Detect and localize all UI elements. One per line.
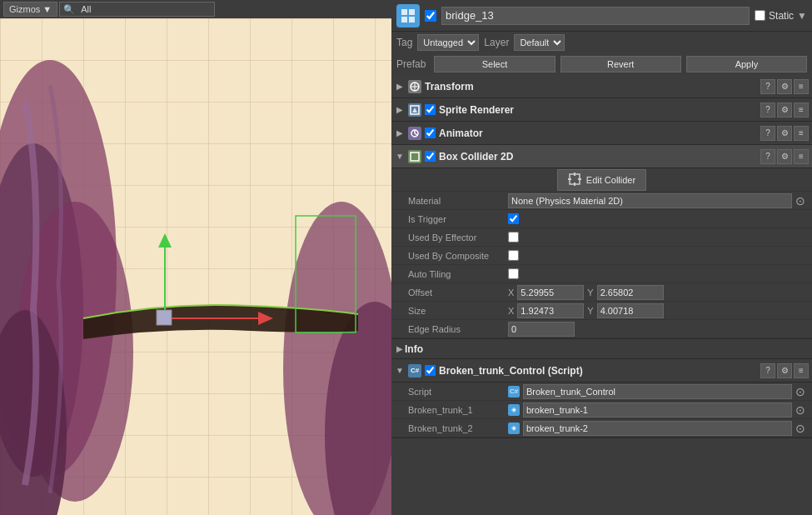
edge-radius-input[interactable] <box>508 322 575 337</box>
script-menu-btn[interactable]: ≡ <box>794 363 809 378</box>
trunk1-value-input[interactable] <box>523 402 792 418</box>
edge-radius-label: Edge Radius <box>408 324 508 334</box>
transform-actions: ? ⚙ ≡ <box>760 79 809 94</box>
sprite-renderer-menu-btn[interactable]: ≡ <box>794 102 809 118</box>
offset-x-label: X <box>508 288 514 298</box>
script-checkbox[interactable] <box>425 365 436 376</box>
size-x-input[interactable] <box>517 303 584 318</box>
used-by-effector-checkbox[interactable] <box>508 232 519 242</box>
edit-collider-button[interactable]: Edit Collider <box>557 169 646 191</box>
is-trigger-field-row: Is Trigger <box>391 210 812 228</box>
transform-component-row: ▶ Transform ? ⚙ ≡ <box>391 75 812 98</box>
trunk1-ref-icon: ◈ <box>508 404 520 416</box>
transform-menu-btn[interactable]: ≡ <box>794 79 809 94</box>
animator-settings-btn[interactable]: ⚙ <box>777 126 792 141</box>
trunk2-field-value: ◈ ⊙ <box>508 421 805 436</box>
script-settings-btn[interactable]: ⚙ <box>777 363 792 378</box>
transform-collapse-arrow[interactable]: ▶ <box>395 82 405 92</box>
material-input[interactable] <box>508 193 792 208</box>
animator-collapse-arrow[interactable]: ▶ <box>395 128 405 138</box>
used-by-effector-value <box>508 232 805 242</box>
script-help-btn[interactable]: ? <box>760 363 775 378</box>
static-checkbox[interactable] <box>755 10 765 21</box>
svg-rect-24 <box>411 152 419 161</box>
auto-tiling-label: Auto Tiling <box>408 269 508 279</box>
size-x-label: X <box>508 306 514 316</box>
size-y-label: Y <box>587 306 593 316</box>
material-settings-icon[interactable]: ⊙ <box>795 194 805 208</box>
gameobject-active-checkbox[interactable] <box>425 10 436 22</box>
size-y-input[interactable] <box>597 303 664 318</box>
auto-tiling-checkbox[interactable] <box>508 268 519 279</box>
prefab-apply-button[interactable]: Apply <box>686 56 807 72</box>
sprite-renderer-help-btn[interactable]: ? <box>760 102 775 118</box>
used-by-composite-field-row: Used By Composite <box>391 247 812 265</box>
info-collapse-arrow[interactable]: ▶ <box>395 344 405 354</box>
script-component-name: Broken_trunk_Control (Script) <box>439 365 757 377</box>
box-collider-settings-btn[interactable]: ⚙ <box>777 149 792 164</box>
layer-select[interactable]: Default <box>514 34 565 51</box>
transform-help-btn[interactable]: ? <box>760 79 775 94</box>
box-collider-help-btn[interactable]: ? <box>760 149 775 164</box>
trunk2-settings-icon[interactable]: ⊙ <box>795 422 805 435</box>
animator-icon <box>408 127 421 140</box>
edit-collider-label: Edit Collider <box>586 175 635 185</box>
prefab-select-button[interactable]: Select <box>434 56 555 72</box>
info-row: ▶ Info <box>391 339 812 359</box>
svg-marker-7 <box>158 233 172 248</box>
material-value: ⊙ <box>508 193 805 208</box>
material-label: Material <box>408 196 508 206</box>
animator-help-btn[interactable]: ? <box>760 126 775 141</box>
box-collider-icon <box>408 150 421 163</box>
sprite-renderer-checkbox[interactable] <box>425 104 436 115</box>
is-trigger-label: Is Trigger <box>408 214 508 224</box>
scene-toolbar: Gizmos ▼ 🔍 <box>0 0 391 18</box>
edge-radius-value <box>508 322 805 337</box>
transform-settings-btn[interactable]: ⚙ <box>777 79 792 94</box>
animator-actions: ? ⚙ ≡ <box>760 126 809 141</box>
sprite-renderer-settings-btn[interactable]: ⚙ <box>777 102 792 118</box>
is-trigger-value <box>508 213 805 224</box>
scene-search-input[interactable] <box>77 2 211 17</box>
material-field-row: Material ⊙ <box>391 192 812 210</box>
script-ref-icon: C# <box>508 386 520 398</box>
tag-select[interactable]: Untagged <box>417 34 479 51</box>
static-label: Static <box>769 10 794 22</box>
offset-x-input[interactable] <box>517 285 584 300</box>
used-by-composite-checkbox[interactable] <box>508 250 519 261</box>
trunk1-settings-icon[interactable]: ⊙ <box>795 403 805 417</box>
trunk1-label: Broken_trunk_1 <box>408 405 508 415</box>
transform-icon <box>408 80 421 93</box>
used-by-effector-field-row: Used By Effector <box>391 228 812 247</box>
script-value-input[interactable] <box>523 384 792 399</box>
script-label: Script <box>408 387 508 397</box>
box-collider-component-row: ▼ Box Collider 2D ? ⚙ ≡ <box>391 145 812 168</box>
prefab-revert-button[interactable]: Revert <box>560 56 681 72</box>
script-panel: Script C# ⊙ Broken_trunk_1 ◈ ⊙ Broken_tr… <box>391 382 812 438</box>
gizmos-button[interactable]: Gizmos ▼ <box>3 2 57 17</box>
animator-checkbox[interactable] <box>425 128 436 138</box>
is-trigger-checkbox[interactable] <box>508 213 519 224</box>
box-collider-menu-btn[interactable]: ≡ <box>794 149 809 164</box>
gizmos-label: Gizmos <box>9 4 40 14</box>
gameobject-name-input[interactable] <box>441 7 750 25</box>
box-collider-collapse-arrow[interactable]: ▼ <box>395 152 405 162</box>
sprite-renderer-collapse-arrow[interactable]: ▶ <box>395 105 405 115</box>
gizmos-dropdown-icon: ▼ <box>42 4 52 14</box>
gameobject-icon <box>396 4 420 28</box>
script-collapse-arrow[interactable]: ▼ <box>395 366 405 376</box>
script-field-row: Script C# ⊙ <box>391 382 812 401</box>
animator-menu-btn[interactable]: ≡ <box>794 126 809 141</box>
script-settings-icon[interactable]: ⊙ <box>795 385 805 398</box>
trunk2-value-input[interactable] <box>523 421 792 436</box>
used-by-effector-label: Used By Effector <box>408 232 508 242</box>
offset-y-input[interactable] <box>597 285 664 300</box>
static-dropdown-icon[interactable]: ▼ <box>797 10 807 22</box>
size-field-row: Size X Y <box>391 302 812 320</box>
search-icon: 🔍 <box>63 4 75 15</box>
box-collider-actions: ? ⚙ ≡ <box>760 149 809 164</box>
box-collider-checkbox[interactable] <box>425 151 436 162</box>
svg-rect-14 <box>401 17 407 22</box>
edit-collider-row: Edit Collider <box>391 168 812 192</box>
trunk1-field-value: ◈ ⊙ <box>508 402 805 418</box>
